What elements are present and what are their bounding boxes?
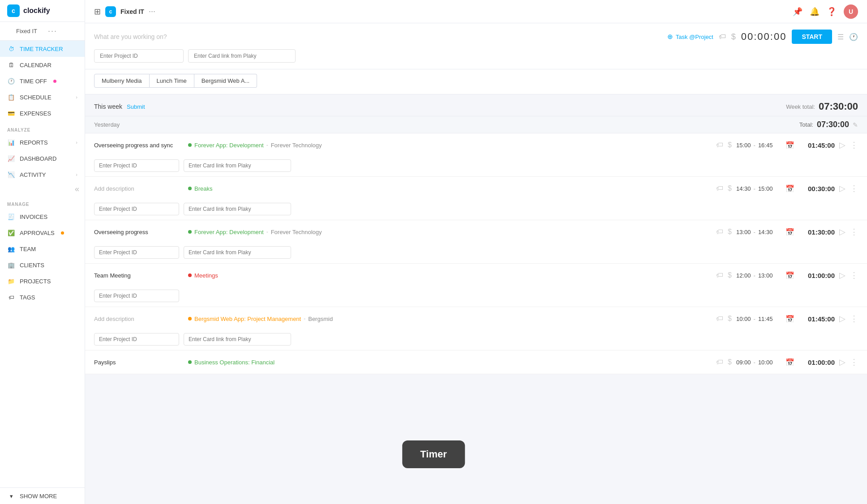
entry-project-id-input[interactable] — [94, 333, 179, 346]
more-options-icon[interactable]: ⋮ — [850, 227, 858, 237]
entry-card-link-input[interactable] — [184, 203, 291, 215]
clock-icon[interactable]: 🕐 — [849, 33, 858, 41]
project-name[interactable]: Breaks — [194, 185, 212, 192]
calendar-icon[interactable]: 📅 — [785, 228, 794, 236]
time-start[interactable]: 13:00 — [736, 229, 751, 235]
dollar-icon[interactable]: $ — [731, 32, 736, 42]
help-icon[interactable]: ❓ — [827, 7, 837, 17]
task-project-button[interactable]: ⊕ Task @Project — [667, 33, 713, 41]
tag-icon[interactable]: 🏷 — [716, 184, 723, 192]
card-link-input[interactable] — [188, 49, 296, 63]
time-range: 09:00 - 10:00 — [736, 359, 781, 366]
sidebar-item-reports[interactable]: 📊 REPORTS › — [0, 134, 85, 150]
play-icon[interactable]: ▷ — [839, 184, 846, 193]
project-name[interactable]: Business Operations: Financial — [194, 359, 275, 366]
sidebar-item-activity[interactable]: 📉 ACTIVITY › — [0, 167, 85, 183]
calendar-icon[interactable]: 📅 — [785, 315, 794, 323]
entry-card-link-input[interactable] — [184, 159, 291, 172]
more-options-icon[interactable]: ⋮ — [850, 184, 858, 193]
tag-icon[interactable]: 🏷 — [716, 315, 723, 323]
recent-project-bergsmid[interactable]: Bergsmid Web A... — [194, 74, 257, 88]
more-options-icon[interactable]: ⋮ — [850, 314, 858, 324]
more-options-icon[interactable]: ⋮ — [850, 270, 858, 280]
sidebar-item-team[interactable]: 👥 TEAM — [0, 241, 85, 257]
entry-project-id-input[interactable] — [94, 290, 179, 302]
workspace-menu-icon[interactable]: ··· — [48, 26, 57, 36]
more-options-icon[interactable]: ⋮ — [850, 357, 858, 367]
entry-duration: 01:00:00 — [799, 272, 835, 279]
entry-sub-row — [85, 243, 867, 263]
sidebar-item-expenses[interactable]: 💳 EXPENSES — [0, 105, 85, 121]
time-start[interactable]: 10:00 — [736, 316, 751, 322]
time-end[interactable]: 14:30 — [758, 229, 773, 235]
collapse-sidebar-icon[interactable]: « — [75, 184, 79, 194]
time-end[interactable]: 16:45 — [758, 142, 773, 149]
recent-project-mulberry[interactable]: Mulberry Media — [94, 74, 150, 88]
time-start[interactable]: 09:00 — [736, 359, 751, 366]
start-button[interactable]: START — [792, 30, 832, 44]
project-name[interactable]: Meetings — [194, 272, 218, 279]
sidebar-item-label: TEAM — [20, 246, 36, 252]
dollar-icon[interactable]: $ — [728, 141, 732, 149]
entry-card-link-input[interactable] — [184, 333, 291, 346]
bell-icon[interactable]: 🔔 — [810, 7, 820, 17]
sidebar-item-time-tracker[interactable]: ⏱ TIME TRACKER — [0, 41, 85, 57]
workspace-header-dots[interactable]: ··· — [149, 7, 155, 16]
sidebar-item-approvals[interactable]: ✅ APPROVALS — [0, 225, 85, 241]
entry-project-id-input[interactable] — [94, 246, 179, 259]
user-avatar[interactable]: U — [844, 4, 858, 19]
play-icon[interactable]: ▷ — [839, 314, 846, 324]
dollar-icon[interactable]: $ — [728, 315, 732, 323]
dollar-icon[interactable]: $ — [728, 358, 732, 366]
sidebar-item-tags[interactable]: 🏷 TAGS — [0, 289, 85, 305]
time-start[interactable]: 12:00 — [736, 272, 751, 279]
time-off-badge — [53, 80, 56, 83]
tag-icon[interactable]: 🏷 — [716, 271, 723, 279]
timer-description[interactable]: What are you working on? — [94, 33, 662, 40]
project-name[interactable]: Bergsmid Web App: Project Management — [194, 316, 301, 322]
tag-icon[interactable]: 🏷 — [719, 33, 726, 41]
time-start[interactable]: 15:00 — [736, 142, 751, 149]
dollar-icon[interactable]: $ — [728, 271, 732, 279]
time-end[interactable]: 13:00 — [758, 272, 773, 279]
project-id-input[interactable] — [94, 49, 184, 63]
play-icon[interactable]: ▷ — [839, 140, 846, 150]
play-icon[interactable]: ▷ — [839, 227, 846, 237]
calendar-icon[interactable]: 📅 — [785, 358, 794, 367]
tag-icon[interactable]: 🏷 — [716, 228, 723, 236]
time-end[interactable]: 11:45 — [758, 316, 773, 322]
entry-description: Add description — [94, 316, 184, 322]
sidebar-item-invoices[interactable]: 🧾 INVOICES — [0, 209, 85, 225]
time-end[interactable]: 15:00 — [758, 185, 773, 192]
more-options-icon[interactable]: ⋮ — [850, 140, 858, 150]
play-icon[interactable]: ▷ — [839, 270, 846, 280]
edit-icon[interactable]: ✎ — [853, 121, 858, 128]
time-end[interactable]: 10:00 — [758, 359, 773, 366]
sidebar-item-calendar[interactable]: 🗓 CALENDAR — [0, 57, 85, 73]
sidebar-item-projects[interactable]: 📁 PROJECTS — [0, 273, 85, 289]
project-name[interactable]: Forever App: Development — [194, 142, 264, 149]
sidebar-item-clients[interactable]: 🏢 CLIENTS — [0, 257, 85, 273]
calendar-icon[interactable]: 📅 — [785, 184, 794, 193]
grid-icon[interactable]: ⊞ — [94, 7, 101, 17]
sidebar-item-dashboard[interactable]: 📈 DASHBOARD — [0, 150, 85, 167]
time-start[interactable]: 14:30 — [736, 185, 751, 192]
sidebar-item-time-off[interactable]: 🕐 TIME OFF — [0, 73, 85, 89]
dollar-icon[interactable]: $ — [728, 228, 732, 236]
entry-project-id-input[interactable] — [94, 159, 179, 172]
tag-icon[interactable]: 🏷 — [716, 141, 723, 149]
tag-icon[interactable]: 🏷 — [716, 358, 723, 366]
project-name[interactable]: Forever App: Development — [194, 229, 264, 235]
pin-icon[interactable]: 📌 — [793, 7, 803, 17]
play-icon[interactable]: ▷ — [839, 357, 846, 367]
calendar-icon[interactable]: 📅 — [785, 271, 794, 280]
submit-week-button[interactable]: Submit — [127, 103, 145, 110]
recent-project-lunch[interactable]: Lunch Time — [150, 74, 194, 88]
list-view-icon[interactable]: ☰ — [837, 33, 844, 41]
sidebar-show-more[interactable]: ▾ SHOW MORE — [0, 487, 85, 504]
sidebar-item-schedule[interactable]: 📋 SCHEDULE › — [0, 89, 85, 105]
entry-card-link-input[interactable] — [184, 246, 291, 259]
calendar-icon[interactable]: 📅 — [785, 141, 794, 149]
dollar-icon[interactable]: $ — [728, 184, 732, 192]
entry-project-id-input[interactable] — [94, 203, 179, 215]
